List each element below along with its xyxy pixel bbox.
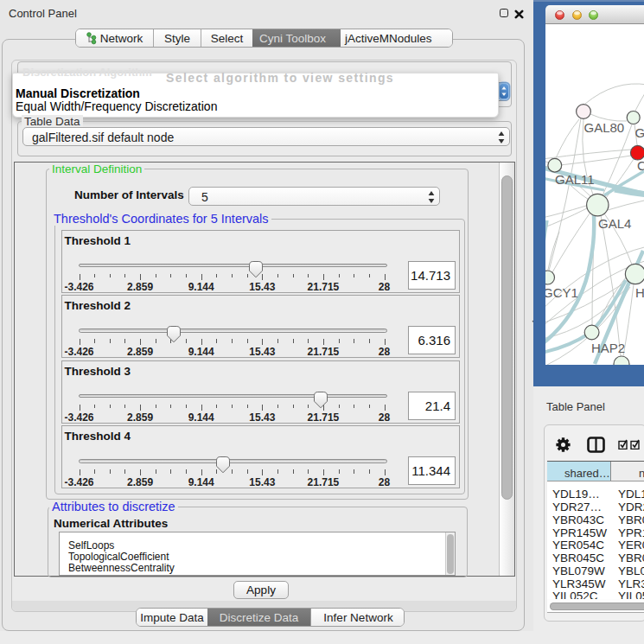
svg-text:C: C (637, 158, 644, 173)
svg-text:HAP2: HAP2 (591, 341, 625, 355)
svg-text:GCY1: GCY1 (545, 285, 578, 300)
svg-text:H: H (635, 285, 644, 300)
svg-text:GA: GA (635, 125, 644, 140)
svg-text:GAL4: GAL4 (598, 216, 631, 231)
svg-text:GAL80: GAL80 (584, 120, 625, 135)
svg-text:GAL11: GAL11 (555, 172, 595, 187)
